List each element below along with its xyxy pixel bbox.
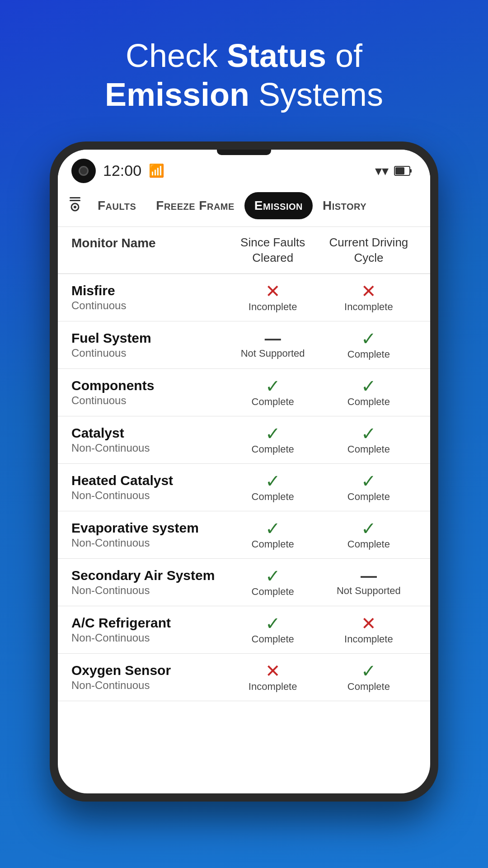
monitor-type: Non-Continuous — [71, 442, 225, 454]
current-cycle-label: Not Supported — [337, 585, 401, 597]
monitor-name: A/C Refrigerant — [71, 615, 225, 631]
table-row: Components Continuous ✓ Complete ✓ Compl… — [58, 369, 430, 416]
since-faults-cell: — Not Supported — [225, 330, 321, 359]
check-icon: ✓ — [361, 519, 376, 538]
phone-screen: 12:00 📶 ▾▾ Fa — [58, 150, 430, 793]
emission-table: Monitor Name Since Faults Cleared Curren… — [58, 227, 430, 793]
current-cycle-label: Complete — [347, 396, 390, 408]
since-faults-cell: ✕ Incomplete — [225, 282, 321, 313]
cross-icon: ✕ — [265, 282, 281, 300]
monitor-type: Continuous — [71, 299, 225, 312]
status-right: ▾▾ — [375, 163, 412, 179]
hero-line1: Check Status of — [105, 36, 383, 75]
current-cycle-label: Complete — [347, 443, 390, 455]
since-faults-label: Complete — [252, 538, 294, 550]
camera-icon — [71, 159, 96, 183]
tab-freeze-frame[interactable]: Freeze Frame — [146, 192, 244, 219]
monitor-name: Secondary Air System — [71, 568, 225, 583]
tab-emission[interactable]: Emission — [244, 192, 313, 219]
check-icon: ✓ — [361, 330, 376, 348]
monitor-info: Components Continuous — [71, 378, 225, 407]
current-cycle-cell: ✓ Complete — [321, 662, 417, 693]
table-row: A/C Refrigerant Non-Continuous ✓ Complet… — [58, 606, 430, 654]
table-row: Fuel System Continuous — Not Supported ✓… — [58, 321, 430, 369]
table-row: Evaporative system Non-Continuous ✓ Comp… — [58, 511, 430, 559]
svg-rect-3 — [70, 197, 80, 198]
table-body: Misfire Continuous ✕ Incomplete ✕ Incomp… — [58, 274, 430, 701]
svg-rect-1 — [410, 169, 412, 173]
monitor-info: Misfire Continuous — [71, 283, 225, 312]
monitor-info: Oxygen Sensor Non-Continuous — [71, 663, 225, 692]
since-faults-label: Complete — [252, 586, 294, 598]
current-cycle-cell: ✓ Complete — [321, 519, 417, 550]
check-icon: ✓ — [265, 472, 281, 490]
phone-wrapper: 12:00 📶 ▾▾ Fa — [50, 142, 438, 802]
monitor-info: Secondary Air System Non-Continuous — [71, 568, 225, 597]
wifi-icon: ▾▾ — [375, 163, 389, 179]
current-cycle-label: Complete — [347, 491, 390, 503]
since-faults-label: Complete — [252, 443, 294, 455]
svg-rect-4 — [70, 200, 80, 201]
since-faults-label: Incomplete — [249, 681, 297, 693]
current-cycle-cell: ✓ Complete — [321, 330, 417, 360]
check-icon: ✓ — [361, 472, 376, 490]
table-row: Oxygen Sensor Non-Continuous ✕ Incomplet… — [58, 654, 430, 701]
since-faults-cell: ✓ Complete — [225, 377, 321, 408]
battery-icon — [394, 166, 412, 176]
since-faults-cell: ✓ Complete — [225, 472, 321, 503]
monitor-name: Fuel System — [71, 330, 225, 346]
monitor-name: Heated Catalyst — [71, 473, 225, 488]
current-cycle-cell: ✓ Complete — [321, 472, 417, 503]
cross-icon: ✕ — [361, 614, 376, 632]
monitor-type: Non-Continuous — [71, 489, 225, 502]
nav-tabs: Faults Freeze Frame Emission History — [58, 188, 430, 227]
monitor-info: Catalyst Non-Continuous — [71, 425, 225, 454]
time-display: 12:00 — [103, 162, 141, 179]
svg-point-6 — [74, 206, 76, 208]
current-cycle-label: Complete — [347, 681, 390, 693]
hero-check: Check — [126, 38, 227, 74]
current-cycle-label: Incomplete — [344, 633, 393, 645]
table-row: Catalyst Non-Continuous ✓ Complete ✓ Com… — [58, 416, 430, 464]
hero-of: of — [326, 38, 362, 74]
monitor-info: Fuel System Continuous — [71, 330, 225, 359]
monitor-name: Components — [71, 378, 225, 393]
current-cycle-label: Incomplete — [344, 301, 393, 313]
since-faults-cell: ✓ Complete — [225, 614, 321, 645]
monitor-name: Evaporative system — [71, 520, 225, 536]
cross-icon: ✕ — [265, 662, 281, 680]
hero-systems: Systems — [249, 76, 383, 113]
check-icon: ✓ — [265, 377, 281, 395]
current-cycle-label: Complete — [347, 349, 390, 360]
table-header-row: Monitor Name Since Faults Cleared Curren… — [58, 227, 430, 274]
since-faults-cell: ✓ Complete — [225, 425, 321, 455]
since-faults-label: Complete — [252, 396, 294, 408]
since-faults-label: Not Supported — [241, 348, 305, 359]
col-monitor-header: Monitor Name — [71, 235, 225, 266]
status-bar: 12:00 📶 ▾▾ — [58, 150, 430, 188]
dash-icon: — — [265, 330, 281, 347]
tab-faults[interactable]: Faults — [88, 192, 146, 219]
monitor-name: Misfire — [71, 283, 225, 298]
since-faults-label: Incomplete — [249, 301, 297, 313]
monitor-name: Catalyst — [71, 425, 225, 441]
monitor-type: Continuous — [71, 347, 225, 359]
status-left: 12:00 📶 — [71, 159, 164, 183]
col-current-cycle-header: Current Driving Cycle — [321, 235, 417, 266]
current-cycle-cell: ✕ Incomplete — [321, 614, 417, 645]
signal-icon: 📶 — [149, 163, 164, 178]
check-icon: ✓ — [265, 519, 281, 538]
monitor-info: Heated Catalyst Non-Continuous — [71, 473, 225, 502]
table-row: Secondary Air System Non-Continuous ✓ Co… — [58, 559, 430, 606]
tab-history[interactable]: History — [313, 192, 376, 219]
hero-status: Status — [227, 38, 326, 74]
monitor-type: Non-Continuous — [71, 584, 225, 597]
check-icon: ✓ — [361, 377, 376, 395]
check-icon: ✓ — [265, 567, 281, 585]
since-faults-label: Complete — [252, 491, 294, 503]
check-icon: ✓ — [361, 425, 376, 443]
hero-emission: Emission — [105, 76, 249, 113]
current-cycle-label: Complete — [347, 538, 390, 550]
dash-icon: — — [361, 568, 377, 584]
monitor-name: Oxygen Sensor — [71, 663, 225, 678]
